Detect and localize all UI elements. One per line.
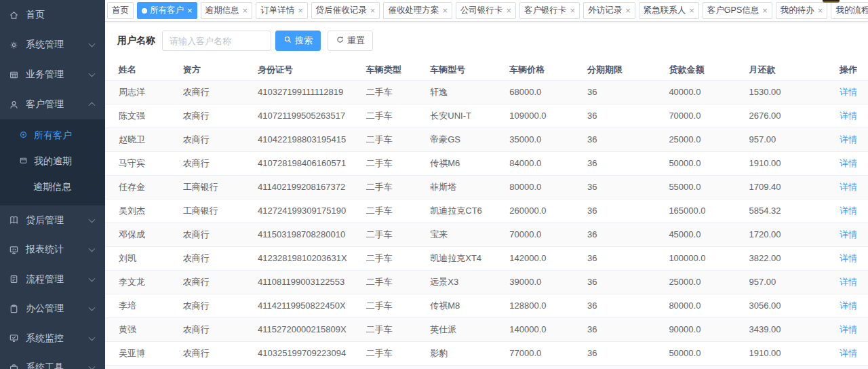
sidebar-item-home[interactable]: 首页 xyxy=(0,0,105,30)
table-cell: 50000.0 xyxy=(669,341,749,365)
flow-icon xyxy=(9,274,19,284)
detail-link[interactable]: 详情 xyxy=(840,134,857,144)
table-cell: 410422198803195415 xyxy=(258,128,366,151)
table-cell: 140000.0 xyxy=(509,317,587,341)
sidebar-item-overdue-info[interactable]: 逾期信息 xyxy=(0,174,105,200)
active-tab-dot xyxy=(142,8,147,14)
detail-link[interactable]: 详情 xyxy=(840,87,857,97)
detail-link[interactable]: 详情 xyxy=(840,348,857,358)
tab-4[interactable]: 贷后催收记录× xyxy=(311,2,380,19)
column-header-actions: 操作 xyxy=(827,60,868,80)
tab-0[interactable]: 首页 xyxy=(107,2,134,19)
table-cell: 邓保成 xyxy=(105,222,183,246)
search-input[interactable] xyxy=(162,31,271,51)
detail-link[interactable]: 详情 xyxy=(840,277,857,287)
tab-7[interactable]: 客户银行卡× xyxy=(519,2,580,19)
table-cell: 128800.0 xyxy=(509,294,587,317)
tab-12[interactable]: 我的流程× xyxy=(831,2,868,19)
sidebar-item-system[interactable]: 系统管理 xyxy=(0,30,105,60)
sidebar-item-my-overdue[interactable]: 我的逾期 xyxy=(0,149,105,174)
table-cell: 1720.00 xyxy=(749,222,827,246)
table-cell: 传祺M8 xyxy=(430,294,509,317)
tab-close-icon[interactable]: × xyxy=(442,6,448,15)
table-cell: 农商行 xyxy=(183,365,258,369)
tab-close-icon[interactable]: × xyxy=(625,6,631,15)
tab-close-icon[interactable]: × xyxy=(570,6,576,15)
tab-close-icon[interactable]: × xyxy=(187,6,193,15)
detail-link[interactable]: 详情 xyxy=(840,111,857,121)
column-header-monthly-payment: 月还款 xyxy=(749,60,827,80)
table-cell: 36 xyxy=(587,199,669,222)
tab-close-icon[interactable]: × xyxy=(506,6,511,15)
column-header-vehicle-type: 车辆类型 xyxy=(366,60,431,80)
search-label: 用户名称 xyxy=(117,35,155,47)
chevron-down-icon xyxy=(89,41,96,47)
table-cell: 周凯 xyxy=(105,365,183,369)
table-cell: 二手车 xyxy=(366,151,431,175)
column-header-funder: 资方 xyxy=(183,60,258,80)
search-button[interactable]: 搜索 xyxy=(275,31,321,51)
detail-link[interactable]: 详情 xyxy=(840,158,857,168)
table-cell-actions: 详情 xyxy=(827,80,868,104)
chevron-down-icon xyxy=(89,334,96,341)
table-cell: 36 xyxy=(587,246,669,270)
table-cell: 45000.0 xyxy=(669,222,749,246)
detail-link[interactable]: 详情 xyxy=(840,206,857,216)
tab-close-icon[interactable]: × xyxy=(243,6,248,15)
tab-9[interactable]: 紧急联系人× xyxy=(639,2,699,19)
tab-close-icon[interactable]: × xyxy=(762,6,768,15)
main-area: 首页所有客户×逾期信息×订单详情×贷后催收记录×催收处理方案×公司银行卡×客户银… xyxy=(105,0,868,369)
tab-3[interactable]: 订单详情× xyxy=(256,2,308,19)
sidebar-item-label: 系统监控 xyxy=(26,332,64,345)
chevron-down-icon xyxy=(89,216,96,222)
sidebar-item-post-loan[interactable]: 贷后管理 xyxy=(0,206,105,235)
tab-close-icon[interactable]: × xyxy=(370,6,376,15)
column-header-id: 身份证号 xyxy=(258,60,366,80)
table-cell: 39000.0 xyxy=(509,270,587,294)
table-row: 陈文强农商行410721199505263517二手车长安UNI-T109000… xyxy=(105,104,868,128)
table-cell-actions: 详情 xyxy=(827,222,868,246)
tab-11[interactable]: 我的待办× xyxy=(776,2,828,19)
table-cell: 二手车 xyxy=(366,341,431,365)
table-cell: 吴亚博 xyxy=(105,341,183,365)
sidebar-item-all-customers[interactable]: 所有客户 xyxy=(0,123,105,149)
sidebar-item-label: 系统工具 xyxy=(26,362,64,369)
tab-5[interactable]: 催收处理方案× xyxy=(383,2,452,19)
tab-1[interactable]: 所有客户× xyxy=(137,2,197,19)
reset-button[interactable]: 重置 xyxy=(328,31,373,51)
sidebar-item-process[interactable]: 流程管理 xyxy=(0,265,105,294)
tab-10[interactable]: 客户GPS信息× xyxy=(703,2,772,19)
table-cell xyxy=(749,365,827,369)
avatar[interactable] xyxy=(823,0,840,3)
detail-link[interactable]: 详情 xyxy=(840,253,857,263)
tab-close-icon[interactable]: × xyxy=(818,6,823,15)
chevron-down-icon xyxy=(89,275,96,281)
sidebar-item-office[interactable]: 办公管理 xyxy=(0,294,105,324)
column-header-vehicle-model: 车辆型号 xyxy=(430,60,509,80)
table-cell: 50000.0 xyxy=(669,151,749,175)
table-row: 吴亚博农商行410325199709223094二手车影豹77000.03650… xyxy=(105,341,868,365)
customers-icon xyxy=(19,130,28,141)
tab-close-icon[interactable]: × xyxy=(298,6,303,15)
sidebar-submenu: 所有客户 我的逾期 逾期信息 xyxy=(0,119,105,206)
tab-6[interactable]: 公司银行卡× xyxy=(456,2,516,19)
sidebar-item-tools[interactable]: 系统工具 xyxy=(0,353,105,369)
detail-link[interactable]: 详情 xyxy=(840,229,857,239)
sidebar-item-business[interactable]: 业务管理 xyxy=(0,60,105,90)
sidebar-item-reports[interactable]: 报表统计 xyxy=(0,235,105,265)
sidebar-item-monitoring[interactable]: 系统监控 xyxy=(0,324,105,353)
tab-close-icon[interactable]: × xyxy=(689,6,694,15)
detail-link[interactable]: 详情 xyxy=(840,182,857,192)
table-cell: 35000.0 xyxy=(509,128,587,151)
table-cell: 帝豪GS xyxy=(430,128,509,151)
sidebar-item-customers[interactable]: 客户管理 xyxy=(0,90,105,119)
tab-2[interactable]: 逾期信息× xyxy=(201,2,253,19)
table-cell xyxy=(587,365,669,369)
table-body: 周志洋农商行410327199111112819二手车轩逸68000.03640… xyxy=(105,80,868,369)
table-cell: 80000.0 xyxy=(509,175,587,199)
table-cell-actions: 详情 xyxy=(827,317,868,341)
tab-8[interactable]: 外访记录× xyxy=(583,2,635,19)
table-row: 赵晓卫农商行410422198803195415二手车帝豪GS35000.036… xyxy=(105,128,868,151)
detail-link[interactable]: 详情 xyxy=(840,324,857,334)
detail-link[interactable]: 详情 xyxy=(840,300,857,311)
